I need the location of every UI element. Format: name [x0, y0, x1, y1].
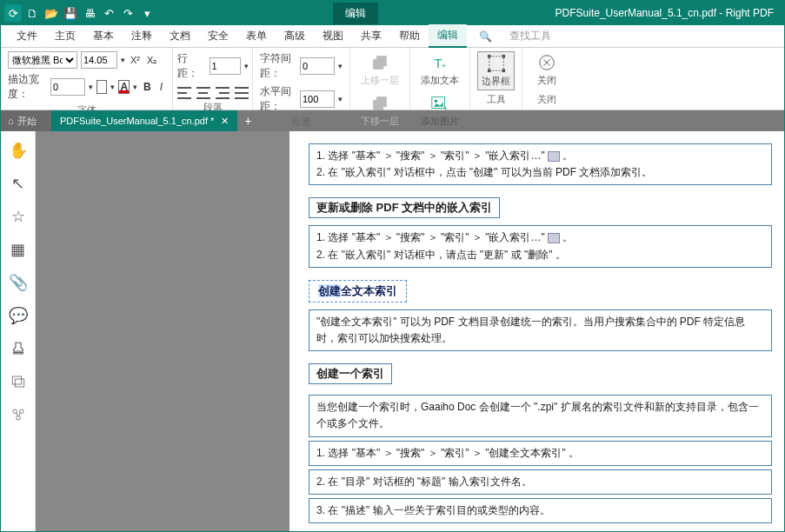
- heading-block-selected[interactable]: 创建全文本索引: [309, 280, 407, 303]
- qat-dropdown-icon[interactable]: ▾: [138, 4, 156, 22]
- char-spacing-input[interactable]: [300, 57, 335, 75]
- send-backward-button[interactable]: 下移一层: [357, 92, 402, 130]
- align-right-button[interactable]: [216, 87, 230, 99]
- group-label-close: 关闭: [537, 91, 556, 106]
- menu-annotate[interactable]: 注释: [123, 25, 161, 47]
- italic-button[interactable]: I: [157, 81, 165, 93]
- menu-basic[interactable]: 基本: [84, 25, 123, 47]
- svg-rect-16: [487, 69, 490, 72]
- subscript-button[interactable]: X₂: [145, 55, 158, 66]
- svg-rect-15: [502, 55, 505, 58]
- list-item: 2. 在 "嵌入索引" 对话框中，点击 "创建" 可以为当前 PDF 文档添加索…: [316, 164, 764, 181]
- close-edit-button[interactable]: 关闭: [529, 51, 564, 89]
- stamp-icon[interactable]: [8, 338, 29, 359]
- horiz-spacing-input[interactable]: [300, 90, 335, 108]
- redo-icon[interactable]: ↷: [119, 4, 136, 22]
- char-spacing-label: 字符间距：: [260, 51, 296, 81]
- app-icon[interactable]: ⟳: [4, 4, 22, 22]
- print-icon[interactable]: 🖶: [81, 4, 98, 22]
- heading-block[interactable]: 更新或删除 PDF 文档中的嵌入索引: [309, 197, 500, 218]
- comments-icon[interactable]: 💬: [8, 305, 29, 326]
- thumbnails-icon[interactable]: ▦: [8, 239, 29, 260]
- svg-rect-20: [15, 379, 24, 387]
- text-block[interactable]: "创建全文本索引" 可以为 PDF 文档目录创建统一的索引。当用户搜索集合中的 …: [309, 309, 772, 351]
- select-tool-icon[interactable]: ↖: [8, 173, 29, 194]
- text-color-button[interactable]: A: [118, 80, 130, 94]
- dropdown-icon[interactable]: ▾: [244, 62, 249, 70]
- dropdown-icon[interactable]: ▾: [338, 62, 343, 70]
- menu-document[interactable]: 文档: [161, 25, 199, 47]
- menu-bar: 文件 主页 基本 注释 文档 安全 表单 高级 视图 共享 帮助 编辑 🔍 查找…: [1, 25, 784, 48]
- svg-point-7: [435, 99, 438, 103]
- open-icon[interactable]: 📂: [43, 4, 60, 22]
- window-title: PDFSuite_UserManual_5.1_cn.pdf - Right P…: [555, 7, 774, 19]
- ribbon-group-tool: 边界框 工具: [470, 48, 522, 110]
- menu-help[interactable]: 帮助: [390, 25, 429, 47]
- dropdown-icon[interactable]: ▾: [89, 83, 93, 91]
- superscript-button[interactable]: X²: [129, 55, 142, 65]
- dropdown-icon[interactable]: ▾: [338, 95, 343, 103]
- menu-view[interactable]: 视图: [314, 25, 352, 47]
- add-text-button[interactable]: T+添加文本: [417, 51, 462, 89]
- group-label-position: 位置: [292, 114, 311, 129]
- inline-icon: [548, 151, 560, 162]
- hand-tool-icon[interactable]: ✋: [8, 140, 29, 161]
- undo-icon[interactable]: ↶: [100, 4, 117, 22]
- ribbon: 微软雅黑 Bold ▾ X² X₂ 描边宽度： ▾ ▾ A▾ B I 字体 行距…: [1, 48, 784, 110]
- layers-icon[interactable]: [8, 371, 29, 392]
- start-tab[interactable]: ⌂开始: [1, 110, 51, 131]
- menu-home[interactable]: 主页: [46, 25, 84, 47]
- dropdown-icon[interactable]: ▾: [110, 83, 115, 91]
- attachments-icon[interactable]: 📎: [8, 272, 29, 293]
- text-block[interactable]: 1. 选择 "基本" ＞ "搜索" ＞ "索引" ＞ "创建全文本索引" 。: [309, 441, 772, 466]
- list-item: 1. 选择 "基本" ＞ "搜索" ＞ "索引" ＞ "嵌入索引…" 。: [316, 229, 764, 246]
- line-spacing-input[interactable]: [210, 57, 241, 75]
- bring-forward-button[interactable]: 上移一层: [357, 51, 402, 89]
- close-tab-icon[interactable]: ✕: [221, 116, 229, 127]
- text-block[interactable]: 1. 选择 "基本" ＞ "搜索" ＞ "索引" ＞ "嵌入索引…" 。 2. …: [309, 143, 772, 185]
- line-spacing-label: 行距：: [177, 51, 206, 81]
- save-icon[interactable]: 💾: [62, 4, 79, 22]
- bounding-box-button[interactable]: 边界框: [477, 51, 515, 90]
- new-tab-button[interactable]: +: [237, 110, 258, 131]
- menu-security[interactable]: 安全: [199, 25, 237, 47]
- font-size-input[interactable]: [81, 51, 117, 69]
- horiz-spacing-label: 水平间距：: [260, 84, 296, 114]
- font-family-select[interactable]: 微软雅黑 Bold: [8, 51, 77, 69]
- ribbon-group-paragraph: 行距： ▾ 段落: [173, 48, 253, 110]
- bookmark-icon[interactable]: ☆: [8, 206, 29, 227]
- menu-share[interactable]: 共享: [352, 25, 390, 47]
- fill-color-button[interactable]: [96, 80, 108, 94]
- add-image-button[interactable]: +添加图片: [417, 92, 462, 130]
- align-left-button[interactable]: [177, 87, 191, 99]
- menu-advanced[interactable]: 高级: [276, 25, 314, 47]
- ribbon-group-edit: T+添加文本 +添加图片 裁剪图片 编辑图形 编辑顶点 编辑: [410, 48, 470, 110]
- share-icon[interactable]: [8, 404, 29, 425]
- align-center-button[interactable]: [196, 87, 210, 99]
- svg-text:+: +: [442, 62, 446, 70]
- svg-rect-3: [374, 100, 383, 110]
- text-block[interactable]: 2. 在 "目录" 对话框的 "标题" 输入索引文件名。: [309, 469, 772, 495]
- stroke-width-label: 描边宽度：: [8, 72, 47, 102]
- ribbon-group-font: 微软雅黑 Bold ▾ X² X₂ 描边宽度： ▾ ▾ A▾ B I 字体: [1, 48, 173, 110]
- list-item: 1. 选择 "基本" ＞ "搜索" ＞ "索引" ＞ "嵌入索引…" 。: [316, 148, 764, 164]
- document-page[interactable]: 1. 选择 "基本" ＞ "搜索" ＞ "索引" ＞ "嵌入索引…" 。 2. …: [289, 131, 784, 532]
- menu-file[interactable]: 文件: [8, 25, 46, 47]
- svg-rect-13: [489, 57, 503, 71]
- stroke-width-input[interactable]: [50, 78, 85, 96]
- menu-edit[interactable]: 编辑: [429, 24, 467, 48]
- text-block[interactable]: 1. 选择 "基本" ＞ "搜索" ＞ "索引" ＞ "嵌入索引…" 。 2. …: [309, 225, 772, 267]
- heading-block[interactable]: 创建一个索引: [309, 363, 392, 384]
- menu-form[interactable]: 表单: [237, 25, 276, 47]
- svg-rect-17: [502, 69, 505, 72]
- text-block[interactable]: 当您创建一个索引时，Gaaiho Doc 会创建一个 ".zpi" 扩展名的索引…: [309, 395, 772, 436]
- bold-button[interactable]: B: [141, 81, 154, 93]
- align-justify-button[interactable]: [235, 87, 249, 99]
- file-tab[interactable]: PDFSuite_UserManual_5.1_cn.pdf *✕: [51, 110, 237, 131]
- search-placeholder[interactable]: 查找工具: [501, 25, 560, 47]
- dropdown-icon[interactable]: ▾: [133, 83, 137, 91]
- text-block[interactable]: 3. 在 "描述" 输入一些关于索引目的或类型的内容。: [309, 498, 772, 523]
- search-icon[interactable]: 🔍: [470, 27, 501, 46]
- dropdown-icon[interactable]: ▾: [121, 56, 125, 64]
- new-icon[interactable]: 🗋: [23, 4, 41, 22]
